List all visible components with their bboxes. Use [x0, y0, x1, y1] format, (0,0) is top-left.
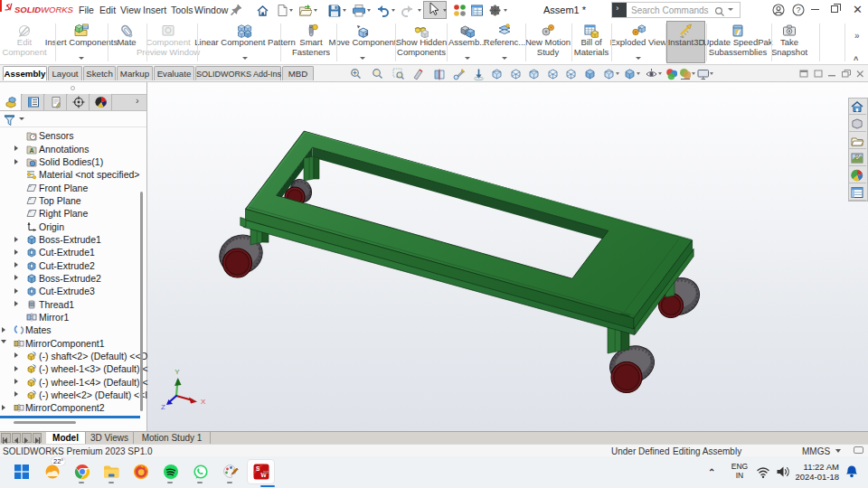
svg-text:2023: 2023 [263, 471, 269, 474]
svg-text:Y: Y [175, 368, 180, 376]
svg-text:A: A [29, 147, 33, 154]
svg-text:X: X [201, 398, 206, 406]
svg-text:SOLIDWORKS: SOLIDWORKS [14, 5, 74, 14]
svg-text:Z: Z [161, 403, 165, 411]
svg-text:S: S [256, 465, 260, 472]
svg-text:?: ? [797, 5, 801, 14]
